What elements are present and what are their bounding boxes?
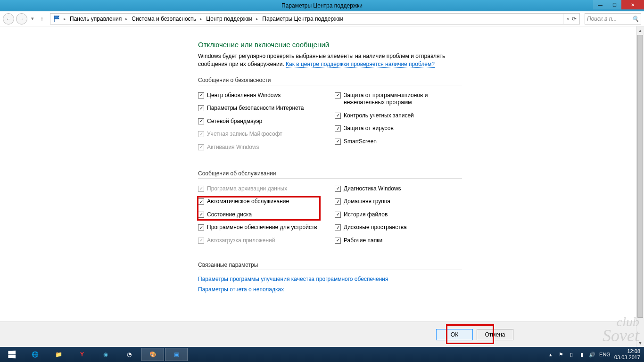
security-checkbox-row[interactable]: Параметры безопасности Интернета	[198, 102, 325, 115]
checkbox[interactable]	[335, 139, 341, 145]
maintenance-checkbox-row[interactable]: Диагностика Windows	[335, 182, 462, 196]
checkbox[interactable]	[198, 105, 204, 111]
search-placeholder: Поиск в п...	[587, 16, 630, 22]
folder-icon: 📁	[55, 351, 62, 358]
checkbox[interactable]	[335, 212, 341, 218]
breadcrumb-bar[interactable]: ▸ Панель управления ▸ Система и безопасн…	[50, 13, 580, 25]
checkbox-label: Домашняя группа	[344, 198, 390, 206]
security-check-grid: Центр обновления WindowsПараметры безопа…	[198, 89, 462, 154]
maintenance-checkbox-row[interactable]: Домашняя группа	[335, 195, 462, 208]
maintenance-checkbox-row: Автозагрузка приложений	[198, 234, 325, 247]
language-indicator[interactable]: ENG	[599, 352, 611, 357]
checkbox-label: История файлов	[344, 211, 388, 219]
taskbar: 🌐 📁 Y ◉ ◔ 🎨 ▣ ▴ ⚑ ▯ ▮ 🔊 ENG 12:08 03.03.…	[0, 347, 644, 362]
maintenance-checkbox-row[interactable]: Рабочие папки	[335, 234, 462, 247]
security-checkbox-row[interactable]: Защита от программ-шпионов и нежелательн…	[335, 89, 462, 109]
security-checkbox-row[interactable]: SmartScreen	[335, 135, 462, 148]
checkbox	[198, 131, 204, 137]
scroll-up-icon[interactable]: ▲	[636, 26, 644, 34]
tray-up-icon[interactable]: ▴	[547, 351, 554, 358]
checkbox[interactable]	[198, 92, 204, 99]
checkbox-label: Программа архивации данных	[207, 185, 287, 193]
checkbox[interactable]	[335, 92, 341, 99]
security-checkbox-row[interactable]: Сетевой брандмауэр	[198, 115, 325, 128]
close-button[interactable]: ✕	[621, 0, 644, 9]
checkbox[interactable]	[335, 224, 341, 230]
start-button[interactable]	[1, 347, 23, 362]
system-tray: ▴ ⚑ ▯ ▮ 🔊 ENG 12:08 03.03.2017	[547, 348, 643, 360]
search-icon: 🔍	[632, 16, 639, 22]
checkbox	[198, 238, 204, 244]
help-link[interactable]: Как в центре поддержки проверяется налич…	[286, 61, 435, 68]
maintenance-checkbox-row[interactable]: История файлов	[335, 208, 462, 222]
checkbox-label: Программное обеспечение для устройств	[207, 224, 317, 231]
checkbox[interactable]	[335, 238, 341, 244]
taskbar-item[interactable]: ◔	[118, 348, 140, 361]
breadcrumb-sep-icon: ▸	[199, 16, 203, 21]
related-link[interactable]: Параметры отчета о неполадках	[198, 284, 462, 295]
security-section-heading: Сообщения о безопасности	[198, 77, 462, 85]
related-section-heading: Связанные параметры	[198, 262, 462, 270]
nav-history-dropdown[interactable]: ▾	[29, 13, 36, 25]
maintenance-checkbox-row[interactable]: Дисковые пространства	[335, 221, 462, 234]
taskbar-item[interactable]: ▣	[165, 348, 188, 361]
volume-icon[interactable]: 🔊	[589, 351, 595, 358]
checkbox-label: Защита от вирусов	[344, 125, 394, 132]
taskbar-item[interactable]: 🌐	[24, 348, 46, 361]
security-checkbox-row[interactable]: Защита от вирусов	[335, 122, 462, 135]
control-panel-icon: ▣	[174, 351, 179, 358]
refresh-icon[interactable]: ⟳	[572, 16, 577, 22]
yandex-icon: Y	[80, 351, 84, 358]
flag-icon[interactable]: ⚑	[558, 351, 564, 358]
annotation-highlight-ok	[446, 324, 494, 344]
checkbox-label: Активация Windows	[207, 144, 259, 151]
checkbox[interactable]	[198, 224, 204, 230]
checkbox-label: SmartScreen	[344, 138, 377, 146]
taskbar-item[interactable]: Y	[71, 348, 93, 361]
checkbox-label: Сетевой брандмауэр	[207, 118, 262, 125]
checkbox-label: Параметры безопасности Интернета	[207, 105, 304, 112]
checkbox[interactable]	[335, 113, 341, 119]
tray-clock[interactable]: 12:08 03.03.2017	[614, 348, 640, 360]
checkbox-label: Защита от программ-шпионов и нежелательн…	[344, 92, 462, 107]
maintenance-checkbox-row[interactable]: Программное обеспечение для устройств	[198, 221, 325, 234]
minimize-button[interactable]: —	[593, 0, 607, 9]
page-intro: Windows будет регулярно проверять выбран…	[198, 52, 462, 68]
scroll-down-icon[interactable]: ▼	[636, 339, 644, 347]
maximize-button[interactable]: ☐	[607, 0, 621, 9]
breadcrumb-item[interactable]: Система и безопасность	[130, 16, 198, 22]
security-checkbox-row: Учетная запись Майкрософт	[198, 128, 325, 141]
security-checkbox-row[interactable]: Центр обновления Windows	[198, 89, 325, 102]
breadcrumb-item[interactable]: Центр поддержки	[204, 16, 254, 22]
breadcrumb-sep-icon: ▸	[124, 16, 129, 21]
checkbox[interactable]	[335, 198, 341, 205]
maintenance-section-heading: Сообщения об обслуживании	[198, 170, 462, 179]
security-checkbox-row[interactable]: Контроль учетных записей	[335, 109, 462, 123]
taskbar-item[interactable]: ◉	[94, 348, 117, 361]
maintenance-checkbox-row: Программа архивации данных	[198, 182, 325, 196]
vertical-scrollbar[interactable]: ▲ ▼	[636, 26, 644, 347]
network-icon[interactable]: ▮	[578, 351, 585, 358]
nav-up-button[interactable]: ↑	[38, 15, 46, 22]
checkbox[interactable]	[335, 125, 341, 132]
breadcrumb-item[interactable]: Панель управления	[68, 16, 124, 22]
nav-forward-button[interactable]: →	[16, 13, 27, 25]
steam-icon: ◔	[127, 351, 132, 358]
taskbar-item[interactable]: 🎨	[141, 348, 164, 361]
window-titlebar: Параметры Центра поддержки — ☐ ✕	[0, 0, 644, 11]
breadcrumb-item[interactable]: Параметры Центра поддержки	[260, 16, 345, 22]
security-checkbox-row: Активация Windows	[198, 141, 325, 154]
nav-back-button[interactable]: ←	[3, 13, 14, 25]
taskbar-item[interactable]: 📁	[47, 348, 70, 361]
search-input[interactable]: Поиск в п... 🔍	[585, 13, 641, 25]
paint-icon: 🎨	[149, 351, 157, 358]
content-area: Отключение или включение сообщений Windo…	[0, 26, 644, 347]
battery-icon[interactable]: ▯	[568, 351, 575, 358]
address-dropdown-icon[interactable]: v	[567, 16, 570, 21]
annotation-highlight-activation	[197, 196, 321, 221]
related-link[interactable]: Параметры программы улучшения качества п…	[198, 274, 462, 284]
checkbox[interactable]	[335, 186, 341, 192]
checkbox[interactable]	[198, 118, 204, 124]
scroll-thumb[interactable]	[637, 35, 643, 318]
breadcrumb-sep-icon: ▸	[255, 16, 259, 21]
